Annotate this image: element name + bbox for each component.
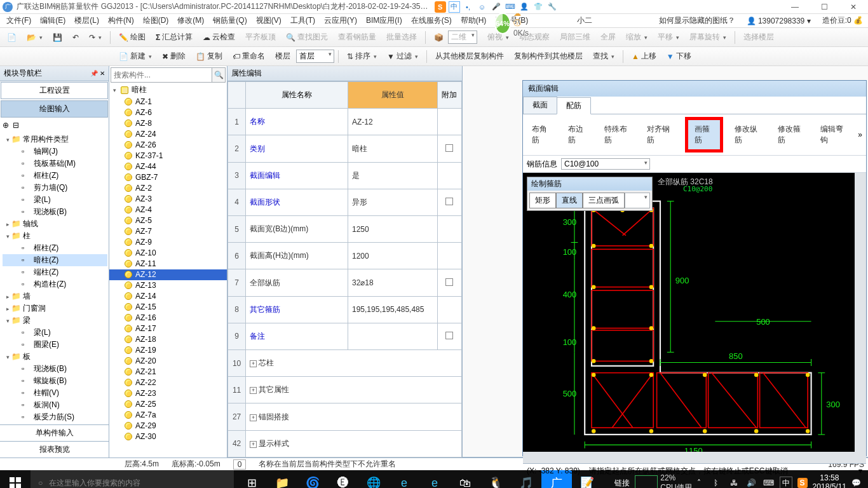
nav-tool-2[interactable]: ⊟	[13, 121, 19, 130]
prop-row[interactable]: 5截面宽(B边)(mm)1250	[228, 216, 462, 243]
prop-group-row[interactable]: 42+显示样式	[228, 430, 462, 457]
clist-item[interactable]: AZ-29	[109, 421, 227, 431]
tab-rebar[interactable]: 配筋	[557, 97, 591, 114]
menu-bim[interactable]: BIM应用(I)	[362, 14, 406, 27]
tree-item[interactable]: ▫板洞(N)	[3, 399, 107, 411]
maximize-button[interactable]: ☐	[810, 0, 839, 14]
prop-group-row[interactable]: 27+锚固搭接	[228, 403, 462, 430]
section-dropdown-icon[interactable]: ▾	[858, 466, 862, 475]
tool-edit-hook[interactable]: 编辑弯钩	[815, 122, 851, 147]
screen-rotate-button[interactable]: 屏幕旋转	[685, 30, 731, 44]
tray-net-icon[interactable]: 🖧	[730, 478, 742, 487]
pick-floor-button[interactable]: 选择楼层	[739, 30, 778, 44]
move-down-button[interactable]: ▼下移	[662, 49, 696, 64]
tool-mod-stir[interactable]: 修改箍筋	[773, 122, 809, 147]
clist-item[interactable]: AZ-7a	[109, 410, 227, 421]
clist-item[interactable]: AZ-15	[109, 302, 227, 313]
app-edge-icon[interactable]: 🅔	[328, 470, 358, 488]
clist-item[interactable]: AZ-26	[109, 140, 227, 151]
find-elem-button[interactable]: 🔍查找图元	[281, 30, 332, 44]
clist-parent[interactable]: ▾暗柱	[109, 84, 227, 97]
new-comp-button[interactable]: 📄新建	[114, 49, 156, 64]
tray-up-icon[interactable]: ˄	[697, 478, 709, 487]
draw-mode-extra[interactable]	[625, 193, 650, 208]
pin-icon[interactable]: 📌 ✕	[90, 70, 105, 77]
ime-smile-icon[interactable]: ☺	[477, 1, 488, 13]
app-store-icon[interactable]: 🛍	[450, 470, 480, 488]
view-rebar-qty-button[interactable]: 查看钢筋量	[334, 30, 381, 44]
redo-button[interactable]: ↷	[85, 31, 106, 44]
ime-shirt-icon[interactable]: 👕	[532, 1, 544, 13]
tool-edge[interactable]: 布边筋	[563, 122, 593, 147]
app-ie-icon[interactable]: e	[419, 470, 450, 488]
clist-item[interactable]: AZ-9	[109, 237, 227, 248]
menu-comp[interactable]: 构件(N)	[104, 14, 138, 27]
tree-item[interactable]: ▫框柱(Z)	[3, 170, 107, 182]
tree-group[interactable]: ▾📁 板	[3, 351, 107, 363]
tool-corner[interactable]: 布角筋	[527, 122, 557, 147]
tab-section[interactable]: 截面	[523, 97, 557, 114]
draw-button[interactable]: ✏️绘图	[114, 30, 150, 44]
menu-draw[interactable]: 绘图(D)	[139, 14, 173, 27]
tree-group[interactable]: ▸📁 轴线	[3, 218, 107, 230]
rename-comp-button[interactable]: 🏷重命名	[228, 49, 269, 64]
tab-single-comp[interactable]: 单构件输入	[0, 424, 109, 441]
draw-mode-arc[interactable]: 三点画弧	[583, 193, 625, 208]
tree-group[interactable]: ▾📁 柱	[3, 230, 107, 242]
canvas-scroll-v[interactable]	[855, 173, 866, 463]
copy-from-other-button[interactable]: 从其他楼层复制构件	[431, 49, 508, 64]
clist-item[interactable]: AZ-8	[109, 118, 227, 129]
app-browser-icon[interactable]: 🌐	[358, 470, 389, 488]
batch-select-button[interactable]: 批量选择	[382, 30, 421, 44]
tree-item[interactable]: ▫柱帽(V)	[3, 387, 107, 399]
prop-group-row[interactable]: 11+其它属性	[228, 377, 462, 403]
menu-view[interactable]: 视图(V)	[252, 14, 285, 27]
local-3d-button[interactable]: 局部三维	[555, 30, 595, 44]
clist-item[interactable]: AZ-20	[109, 356, 227, 367]
tree-item[interactable]: ▫现浇板(B)	[3, 363, 107, 375]
clist-item[interactable]: AZ-3	[109, 194, 227, 205]
credit-dou[interactable]: 造价豆:0 💰	[822, 15, 863, 26]
tray-link[interactable]: 链接	[614, 478, 630, 489]
tool-align[interactable]: 对齐钢筋	[642, 122, 678, 147]
clist-item[interactable]: AZ-30	[109, 431, 227, 442]
floor-combo[interactable]: 首层	[296, 50, 334, 63]
user-phone[interactable]: 👤 13907298339 ▾	[747, 17, 811, 25]
tray-vol-icon[interactable]: 🔊	[747, 478, 758, 487]
prop-row[interactable]: 1名称AZ-12	[228, 109, 462, 135]
flat-top-button[interactable]: 平齐板顶	[241, 30, 280, 44]
clist-item[interactable]: AZ-14	[109, 291, 227, 302]
clist-item[interactable]: AZ-21	[109, 367, 227, 377]
clist-item[interactable]: AZ-23	[109, 388, 227, 399]
ime-cn-icon[interactable]: 中	[449, 1, 460, 13]
canvas-scroll-h[interactable]	[523, 452, 855, 463]
draw-mode-line[interactable]: 直线	[556, 193, 583, 208]
prop-row[interactable]: 4截面形状异形	[228, 189, 462, 215]
clist-item[interactable]: AZ-6	[109, 107, 227, 118]
tray-ime-s[interactable]: S	[797, 478, 808, 488]
fullscreen-button[interactable]: 全屏	[596, 30, 620, 44]
clist-item[interactable]: AZ-18	[109, 334, 227, 345]
clist-item[interactable]: AZ-24	[109, 129, 227, 140]
tree-item[interactable]: ▫板受力筋(S)	[3, 411, 107, 423]
menu-online[interactable]: 在线服务(S)	[407, 14, 456, 27]
clist-item[interactable]: AZ-7	[109, 226, 227, 237]
find-comp-button[interactable]: 查找	[588, 49, 619, 64]
tree-group[interactable]: ▾📁 常用构件类型	[3, 133, 107, 146]
sync-badge[interactable]: 64% ☁ ⓘ 0K/s	[494, 9, 526, 37]
prop-row[interactable]: 2类别暗柱	[228, 135, 462, 162]
menu-file[interactable]: 文件(F)	[3, 14, 35, 27]
menu-help[interactable]: 帮助(H)	[457, 14, 491, 27]
draw-mode-rect[interactable]: 矩形	[529, 193, 556, 208]
prop-row[interactable]: 9备注	[228, 323, 462, 349]
filter-button[interactable]: ▼过滤	[383, 49, 423, 64]
prop-row[interactable]: 6截面高(H边)(mm)1200	[228, 243, 462, 269]
cloud-check-button[interactable]: ☁ 云检查	[198, 30, 240, 44]
nav-tool-1[interactable]: ⊕	[3, 121, 9, 130]
clist-item[interactable]: AZ-1	[109, 97, 227, 107]
tab-report[interactable]: 报表预览	[0, 441, 109, 458]
section-canvas[interactable]: 绘制箍筋 矩形 直线 三点画弧 全部纵筋 32C18 C10@200	[523, 173, 866, 463]
app-explorer-icon[interactable]: 📁	[267, 470, 297, 488]
tab-project-settings[interactable]: 工程设置	[1, 82, 108, 99]
prop-row[interactable]: 7全部纵筋32⌀18	[228, 269, 462, 296]
